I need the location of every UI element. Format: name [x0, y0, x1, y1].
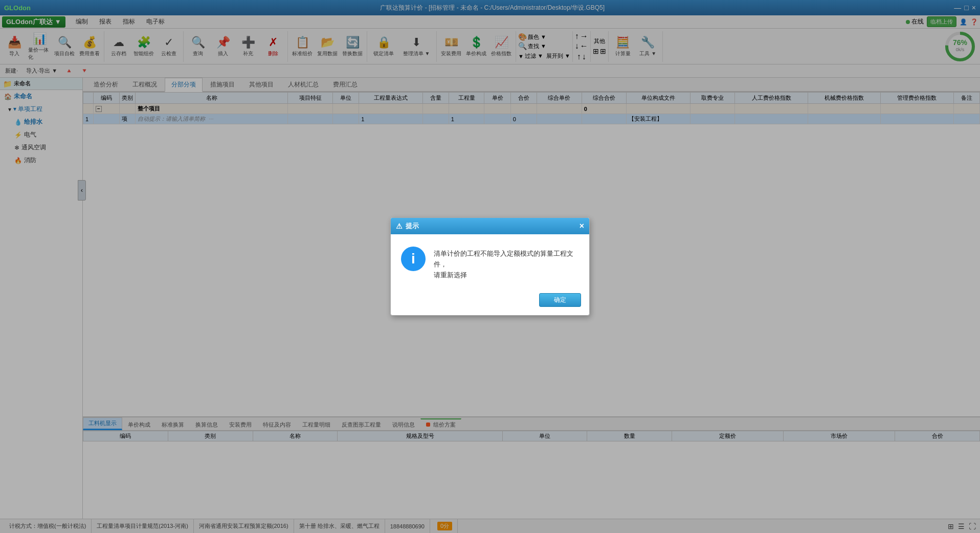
- modal-ok-btn[interactable]: 确定: [539, 293, 581, 307]
- modal-footer: 确定: [391, 289, 589, 315]
- modal-close-btn[interactable]: ×: [580, 221, 584, 231]
- modal-warning-icon: ⚠: [396, 222, 403, 230]
- modal-title: 提示: [406, 221, 419, 231]
- modal-message: 清单计价的工程不能导入定额模式的算量工程文件， 请重新选择: [434, 247, 579, 280]
- modal-overlay: ⚠ 提示 × i 清单计价的工程不能导入定额模式的算量工程文件， 请重新选择 确…: [0, 0, 980, 533]
- modal-info-icon: i: [401, 247, 426, 271]
- modal-body: i 清单计价的工程不能导入定额模式的算量工程文件， 请重新选择: [391, 234, 589, 288]
- modal-dialog: ⚠ 提示 × i 清单计价的工程不能导入定额模式的算量工程文件， 请重新选择 确…: [390, 217, 590, 315]
- modal-header: ⚠ 提示 ×: [391, 218, 589, 234]
